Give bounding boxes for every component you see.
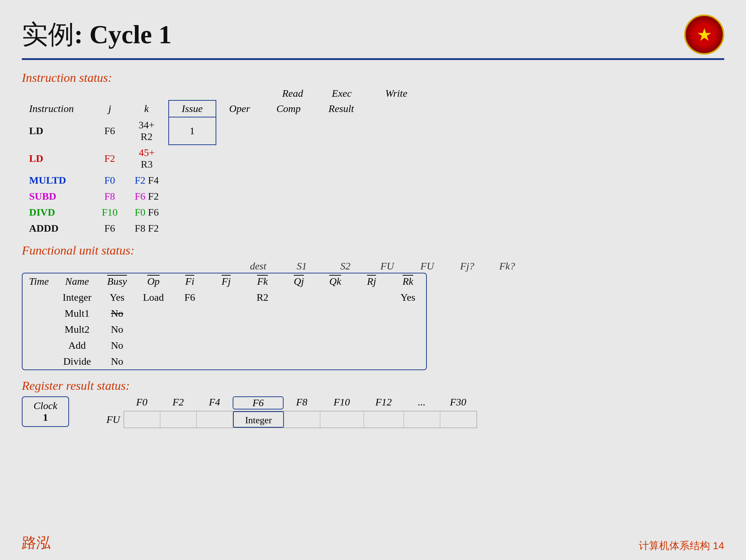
fu-col-time: Time xyxy=(23,273,55,289)
fu-top-headers: dest S1 S2 FU FU Fj? Fk? xyxy=(236,260,724,272)
fu-fk-cell xyxy=(244,353,281,369)
slide: 实例: Cycle 1 Instruction status: Read Exe… xyxy=(0,0,746,560)
instr-name-cell: SUBD xyxy=(22,188,95,204)
functional-status-header: Functional unit status: xyxy=(22,244,724,257)
instruction-status-header: Instruction status: xyxy=(22,71,724,85)
fu-fj-cell xyxy=(208,289,244,305)
col-result: Result xyxy=(314,100,369,117)
reg-val-f0 xyxy=(124,411,160,428)
register-status-header: Register result status: xyxy=(22,379,724,393)
fu-qj-cell xyxy=(281,289,317,305)
reg-col-f4: F4 xyxy=(196,396,233,409)
fu-name-cell: Mult1 xyxy=(55,305,99,321)
fu-row: DivideNo xyxy=(23,353,426,369)
reg-val-f6: Integer xyxy=(233,411,284,428)
instr-comp-cell xyxy=(263,188,314,204)
instruction-table: Instruction j k Issue Oper Comp Result L… xyxy=(22,100,369,236)
instr-name-cell: LD xyxy=(22,145,95,172)
instr-result-cell xyxy=(314,204,369,220)
fu-fk-cell xyxy=(244,305,281,321)
fu-time-cell xyxy=(23,337,55,353)
fu-op-cell xyxy=(135,353,172,369)
fu-col-qk: Qk xyxy=(317,273,353,289)
register-value-row: Integer xyxy=(124,411,477,428)
instr-oper-cell xyxy=(216,117,263,145)
fu-time-cell xyxy=(23,289,55,305)
bottom-bar: 路泓 计算机体系结构 14 xyxy=(22,533,724,553)
col-instruction: Instruction xyxy=(22,100,95,117)
instruction-row: ADDDF6F8 F2 xyxy=(22,220,369,236)
instr-issue-cell xyxy=(169,188,216,204)
fu-qj-cell xyxy=(281,305,317,321)
fu-qj-cell xyxy=(281,353,317,369)
fu-busy-cell: No xyxy=(99,305,135,321)
fu-top-fk: Fk? xyxy=(487,260,527,272)
fu-row: IntegerYesLoadF6R2Yes xyxy=(23,289,426,305)
reg-col-f8: F8 xyxy=(284,396,320,409)
instr-k-cell: F6 F2 xyxy=(125,188,169,204)
reg-val-f2 xyxy=(160,411,197,428)
fu-top-s1: S1 xyxy=(280,260,324,272)
register-fu-row: FU Integer xyxy=(76,411,477,428)
title-colon: : xyxy=(74,20,89,49)
instr-top-write: Write xyxy=(367,88,425,99)
title-english: Cycle 1 xyxy=(89,20,172,49)
fu-qj-cell xyxy=(281,321,317,337)
fu-col-rk: Rk xyxy=(390,273,426,289)
instruction-table-header-row: Instruction j k Issue Oper Comp Result xyxy=(22,100,369,117)
fu-fi-cell xyxy=(172,321,208,337)
instr-oper-cell xyxy=(216,204,263,220)
fu-time-cell xyxy=(23,305,55,321)
instr-oper-cell xyxy=(216,220,263,236)
instr-comp-cell xyxy=(263,172,314,188)
reg-val-f8 xyxy=(284,411,320,428)
fu-rj-cell xyxy=(353,305,390,321)
fu-row-label: FU xyxy=(76,414,124,425)
title-chinese: 实例 xyxy=(22,20,74,49)
register-table-wrapper: F0 F2 F4 F6 F8 F10 F12 ... F30 FU xyxy=(76,396,477,428)
instr-name-cell: MULTD xyxy=(22,172,95,188)
instr-comp-cell xyxy=(263,145,314,172)
fu-qj-cell xyxy=(281,337,317,353)
reg-col-f6: F6 xyxy=(233,396,284,409)
register-table-area: Clock 1 F0 F2 F4 F6 F8 F10 F12 ... F30 xyxy=(22,396,724,428)
fu-row: Mult1No xyxy=(23,305,426,321)
fu-qk-cell xyxy=(317,337,353,353)
fu-col-rj: Rj xyxy=(353,273,390,289)
instr-name-cell: ADDD xyxy=(22,220,95,236)
instr-result-cell xyxy=(314,172,369,188)
clock-label: Clock xyxy=(26,400,65,412)
fu-col-busy: Busy xyxy=(99,273,135,289)
fu-col-qj: Qj xyxy=(281,273,317,289)
fu-fi-cell xyxy=(172,353,208,369)
reg-val-f30 xyxy=(440,411,477,428)
fu-op-cell xyxy=(135,305,172,321)
fu-fj-cell xyxy=(208,353,244,369)
fu-col-fj: Fj xyxy=(208,273,244,289)
instr-issue-cell xyxy=(169,220,216,236)
logo-badge xyxy=(684,15,724,55)
fu-col-op: Op xyxy=(135,273,172,289)
fu-rk-cell xyxy=(390,305,426,321)
clock-box: Clock 1 xyxy=(22,396,69,427)
functional-status-section: Functional unit status: dest S1 S2 FU FU… xyxy=(22,244,724,372)
reg-val-f12 xyxy=(364,411,404,428)
instr-issue-cell xyxy=(169,204,216,220)
instr-j-cell: F8 xyxy=(95,188,125,204)
instr-result-cell xyxy=(314,117,369,145)
fu-fj-cell xyxy=(208,321,244,337)
title-divider xyxy=(22,58,724,60)
instr-result-cell xyxy=(314,220,369,236)
fu-table-wrapper: Time Name Busy Op Fi Fj Fk Qj Qk Rj Rk I… xyxy=(22,273,427,370)
instr-top-read: Read xyxy=(269,88,316,99)
reg-col-f0: F0 xyxy=(124,396,160,409)
fu-qk-cell xyxy=(317,289,353,305)
instr-j-cell: F2 xyxy=(95,145,125,172)
instruction-row: MULTDF0F2 F4 xyxy=(22,172,369,188)
reg-col-ellipsis: ... xyxy=(404,396,440,409)
register-status-section: Register result status: Clock 1 F0 F2 F4… xyxy=(22,379,724,428)
fu-top-fj: Fj? xyxy=(447,260,487,272)
instr-issue-cell xyxy=(169,145,216,172)
reg-col-f30: F30 xyxy=(440,396,476,409)
instr-k-cell: F2 F4 xyxy=(125,172,169,188)
